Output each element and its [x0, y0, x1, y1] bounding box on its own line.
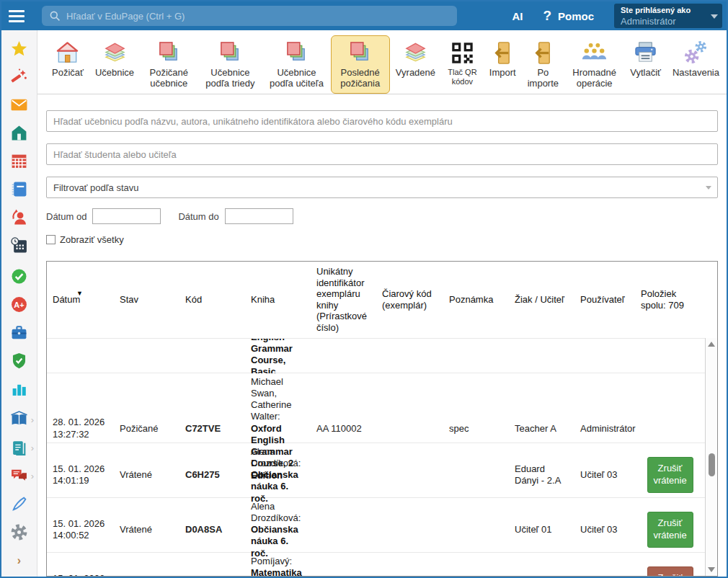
sidebar-item-messages[interactable]: [1, 91, 37, 119]
sidebar-item-school[interactable]: [1, 119, 37, 147]
column-header-poloziek-spolu: Položiek spolu: 709: [635, 284, 705, 315]
sidebar-item-library[interactable]: ›: [1, 406, 37, 434]
toolbar-item-po-importe[interactable]: Po importe: [522, 35, 564, 94]
expand-sidebar-button[interactable]: ›: [1, 546, 37, 574]
school-house-icon: [10, 124, 28, 142]
person-search-input[interactable]: [46, 143, 718, 165]
sidebar-item-wizard[interactable]: [1, 63, 37, 91]
chat-bubbles-icon: [10, 467, 28, 485]
table-row[interactable]: 15. 01. 202613:55:05 Požičané 8RBO4B Pom…: [47, 552, 705, 576]
date-to-input[interactable]: [225, 208, 293, 224]
magnifier-icon: [49, 10, 61, 22]
briefcase-icon: [10, 324, 28, 342]
sidebar-item-elearning[interactable]: [1, 490, 37, 518]
hamburger-menu-icon[interactable]: [9, 6, 30, 25]
date-from-input[interactable]: [92, 208, 161, 224]
table-header-row: Dátum ▼ Stav Kód Kniha Unikátny identifi…: [47, 262, 717, 338]
stacked-squares-icon: [156, 40, 182, 66]
toolbar-item-pozicat[interactable]: Požičať: [46, 35, 89, 83]
table-row[interactable]: 15. 01. 202614:00:52 Vrátené D0A8SA Alen…: [47, 497, 705, 552]
scrollbar-thumb[interactable]: [709, 453, 715, 476]
book-search-input[interactable]: [46, 110, 718, 132]
table-row[interactable]: 15. 01. 202614:01:19 Vrátené C6H275 Alen…: [47, 443, 705, 497]
toolbar-item-vyradene[interactable]: Vyradené: [390, 35, 441, 83]
toolbar-item-ucebnice-podla-ucitela[interactable]: Učebnice podľa učiteľa: [262, 35, 330, 94]
toolbar-item-hromadne-operacie[interactable]: Hromadné operácie: [564, 35, 624, 94]
column-header-ciarovy-kod[interactable]: Čiarový kód (exemplár): [376, 284, 443, 315]
column-header-stav[interactable]: Stav: [114, 290, 179, 310]
toolbar-item-label: Požičané učebnice: [146, 68, 192, 89]
toolbar-item-vytlacit[interactable]: Vytlačiť: [624, 35, 667, 83]
ai-button[interactable]: AI: [502, 10, 533, 22]
cell-pouzivatel: [574, 339, 635, 344]
column-header-poznamka[interactable]: Poznámka: [443, 290, 509, 310]
chevron-down-icon: [706, 186, 711, 190]
sidebar-item-gradebook[interactable]: [1, 175, 37, 203]
toolbar-item-tlac-qr-kodov[interactable]: Tlač QR kódov: [441, 35, 484, 90]
cancel-return-button[interactable]: Zrušiť vrátenie: [647, 457, 693, 493]
cell-poznamka: spec: [443, 420, 509, 437]
gear-icon: [10, 523, 28, 541]
sidebar-item-substitution[interactable]: [1, 203, 37, 231]
logged-in-user-menu[interactable]: Ste prihlásený ako Administrátor: [614, 4, 722, 28]
table-row[interactable]: 28. 01. 202613:27:32 Požičané C72TVE Mic…: [47, 373, 705, 443]
scroll-up-arrow-icon[interactable]: [708, 342, 715, 347]
sidebar-item-favorites[interactable]: [1, 35, 37, 63]
global-search-input[interactable]: [66, 11, 450, 22]
left-sidebar: A+ › › ›: [1, 30, 37, 577]
cancel-loan-button[interactable]: Zrušiť požičanie: [647, 566, 693, 576]
sidebar-item-attendance[interactable]: [1, 262, 37, 290]
cell-unikatny-identifikator: [311, 339, 376, 344]
sidebar-item-calendar[interactable]: [1, 231, 37, 259]
cell-akcia: Zrušiť požičanie: [635, 564, 705, 576]
cancel-return-button[interactable]: Zrušiť vrátenie: [647, 512, 693, 548]
status-filter-select[interactable]: Filtrovať podľa stavu: [46, 177, 718, 198]
toolbar-item-pozicane-ucebnice[interactable]: Požičané učebnice: [140, 35, 197, 94]
sidebar-item-communication[interactable]: ›: [1, 462, 37, 490]
column-header-datum[interactable]: Dátum ▼: [47, 290, 114, 310]
show-all-checkbox[interactable]: [46, 235, 56, 244]
sidebar-item-settings[interactable]: [1, 518, 37, 546]
check-badge-icon: [10, 267, 28, 285]
column-header-unikatny-identifikator[interactable]: Unikátny identifikátor exempláru knihy (…: [311, 262, 376, 338]
toolbar-item-nastavenia[interactable]: Nastavenia: [667, 35, 725, 83]
cell-poznamka: [443, 339, 509, 344]
table-body: English Grammar Course, Basic 28. 01. 20…: [47, 338, 705, 576]
sidebar-item-security[interactable]: [1, 347, 37, 375]
sidebar-item-grades[interactable]: A+: [1, 290, 37, 319]
sidebar-item-timetable[interactable]: [1, 147, 37, 175]
column-header-pouzivatel[interactable]: Používateľ: [574, 290, 635, 310]
scroll-down-arrow-icon[interactable]: [708, 567, 715, 572]
cell-pouzivatel: Administrátor: [574, 420, 635, 437]
sidebar-item-statistics[interactable]: [1, 375, 37, 403]
top-bar: AI ? Pomoc Ste prihlásený ako Administrá…: [1, 1, 727, 30]
cell-pouzivatel: Učiteľ 03: [574, 466, 635, 484]
question-mark-icon: ?: [543, 8, 551, 24]
cell-ziak-ucitel: Eduard Dányi - 2.A: [509, 461, 574, 490]
cell-akcia: Zrušiť vrátenie: [635, 509, 705, 551]
column-header-kod[interactable]: Kód: [179, 290, 245, 310]
help-button[interactable]: ? Pomoc: [533, 8, 604, 24]
table-row[interactable]: English Grammar Course, Basic: [47, 338, 705, 373]
gears-icon: [683, 40, 709, 66]
table-scrollbar[interactable]: [705, 338, 717, 576]
toolbar-item-posledne-pozicania[interactable]: Posledné požičania: [331, 35, 390, 94]
cell-unikatny-identifikator: [311, 472, 376, 478]
toolbar-item-label: Učebnice podľa triedy: [203, 68, 257, 89]
cell-akcia: Zrušiť vrátenie: [635, 454, 705, 496]
global-search[interactable]: [42, 6, 457, 26]
sidebar-item-documents[interactable]: ›: [1, 434, 37, 462]
help-label: Pomoc: [558, 10, 594, 22]
toolbar-item-import[interactable]: Import: [484, 35, 522, 83]
column-header-ziak-ucitel[interactable]: Žiak / Učiteľ: [509, 290, 574, 310]
toolbar-item-ucebnice[interactable]: Učebnice: [89, 35, 140, 83]
chevron-down-icon: [711, 14, 718, 19]
sidebar-item-agenda[interactable]: [1, 319, 37, 347]
column-header-kniha[interactable]: Kniha: [245, 290, 311, 310]
show-all-checkbox-row[interactable]: Zobraziť všetky: [46, 234, 718, 245]
cell-pouzivatel: Učiteľ 03: [574, 521, 635, 538]
cell-ciarovy-kod: [376, 426, 443, 432]
library-book-icon: [10, 411, 28, 429]
toolbar-item-ucebnice-podla-triedy[interactable]: Učebnice podľa triedy: [197, 35, 262, 94]
calendar-clock-icon: [10, 236, 28, 254]
